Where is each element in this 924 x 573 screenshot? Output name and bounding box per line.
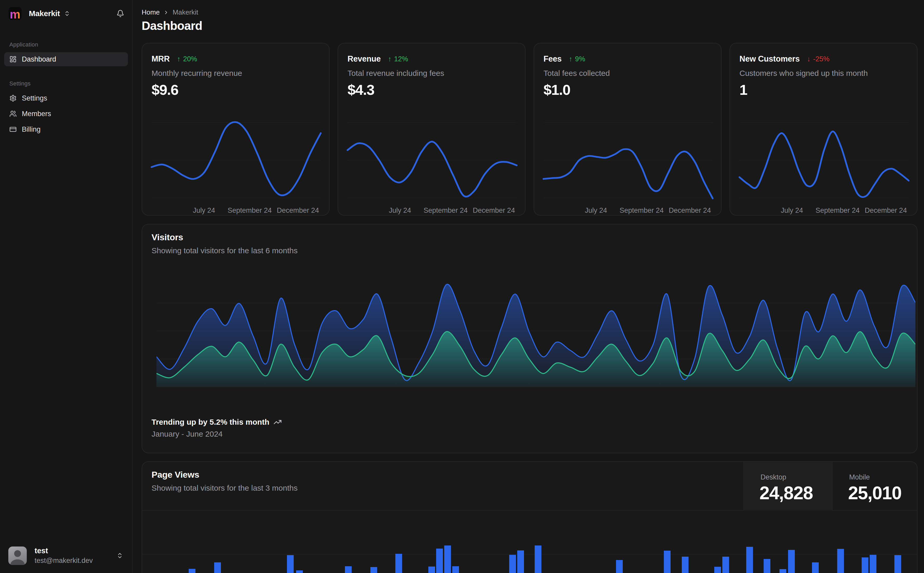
trend-badge: ↑ 9%: [569, 55, 585, 63]
bar: [452, 566, 459, 573]
stat-description: Customers who signed up this month: [739, 69, 868, 78]
bar: [837, 549, 844, 573]
arrow-down-icon: ↓: [807, 55, 811, 63]
bar: [616, 560, 623, 573]
users-icon: [9, 110, 17, 117]
visitors-area-chart: [157, 280, 915, 387]
workspace-switcher-chevrons-icon[interactable]: [64, 10, 70, 17]
page-title: Dashboard: [142, 19, 202, 33]
stat-title: New Customers: [739, 54, 800, 64]
sidebar-group-settings: Settings: [9, 80, 123, 87]
stat-description: Total revenue including fees: [348, 69, 444, 78]
sidebar-item-members[interactable]: Members: [4, 107, 128, 121]
bar: [664, 551, 671, 573]
sidebar-item-dashboard[interactable]: Dashboard: [4, 52, 128, 66]
notifications-bell-icon[interactable]: [116, 9, 124, 17]
stat-description: Monthly recurring revenue: [152, 69, 242, 78]
page-views-header: Page Views Showing total visitors for th…: [142, 462, 917, 511]
main-content: Home Makerkit Dashboard MRR ↑ 20% Monthl…: [133, 0, 924, 573]
bar: [296, 570, 303, 573]
bar: [370, 567, 377, 573]
visitors-subtitle: Showing total visitors for the last 6 mo…: [152, 246, 298, 255]
bar: [682, 557, 689, 573]
sidebar-item-billing[interactable]: Billing: [4, 122, 128, 136]
bar: [287, 555, 294, 573]
bar: [428, 567, 435, 573]
bar: [812, 562, 819, 573]
bar: [870, 555, 877, 573]
arrow-up-icon: ↑: [569, 55, 573, 63]
sidebar-item-label: Dashboard: [22, 55, 56, 63]
page-views-title: Page Views: [152, 470, 199, 480]
bar: [764, 559, 770, 573]
bar: [517, 550, 524, 573]
bar: [780, 569, 786, 573]
sparkline-chart: [152, 115, 321, 206]
bar: [444, 545, 451, 573]
stat-card-new-customers: New Customers ↓ -25% Customers who signe…: [729, 43, 918, 216]
bar: [714, 567, 721, 573]
bar: [395, 554, 402, 573]
breadcrumb-current: Makerkit: [173, 8, 198, 16]
bar: [894, 555, 901, 573]
bar: [189, 569, 196, 573]
trend-badge: ↑ 20%: [177, 55, 197, 63]
sparkline-chart: [348, 115, 517, 206]
sidebar-item-label: Billing: [22, 125, 41, 133]
chevron-right-icon: [163, 9, 169, 15]
stat-title: MRR: [152, 54, 170, 64]
stat-card-fees: Fees ↑ 9% Total fees collected $1.0 July…: [533, 43, 722, 216]
breadcrumb-home-link[interactable]: Home: [142, 8, 160, 16]
bar: [345, 566, 351, 573]
user-name: test: [35, 546, 93, 555]
visitors-card: Visitors Showing total visitors for the …: [142, 224, 918, 453]
page-views-subtitle: Showing total visitors for the last 3 mo…: [152, 484, 298, 493]
workspace-header: m Makerkit: [0, 0, 132, 20]
sparkline-chart: [543, 115, 713, 206]
layout-dashboard-icon: [9, 56, 17, 63]
sidebar-item-settings[interactable]: Settings: [4, 91, 128, 105]
page-views-bar-chart: [142, 511, 917, 573]
arrow-up-icon: ↑: [388, 55, 392, 63]
stat-title: Fees: [543, 54, 562, 64]
toggle-desktop[interactable]: Desktop 24,828: [744, 462, 832, 511]
trending-up-icon: [273, 418, 282, 426]
stat-value: $9.6: [152, 81, 178, 98]
page-views-card: Page Views Showing total visitors for th…: [142, 461, 918, 573]
visitors-footer-primary: Trending up by 5.2% this month: [152, 418, 269, 426]
stat-description: Total fees collected: [543, 69, 610, 78]
x-axis-labels: July 24 September 24 December 24: [543, 207, 713, 215]
workspace-name[interactable]: Makerkit: [29, 9, 60, 18]
bar: [436, 549, 443, 573]
toggle-mobile[interactable]: Mobile 25,010: [832, 462, 918, 511]
bar: [214, 562, 221, 573]
stat-value: $1.0: [543, 81, 570, 98]
gridline: [142, 554, 917, 554]
stat-card-mrr: MRR ↑ 20% Monthly recurring revenue $9.6…: [142, 43, 329, 216]
sidebar-item-label: Members: [22, 110, 51, 118]
bar: [722, 557, 729, 573]
user-email: test@makerkit.dev: [35, 556, 93, 565]
desktop-total: 24,828: [759, 482, 813, 503]
bar: [509, 555, 516, 573]
mobile-total: 25,010: [848, 482, 901, 503]
arrow-up-icon: ↑: [177, 55, 180, 63]
bar: [861, 557, 868, 573]
x-axis-labels: July 24 September 24 December 24: [152, 207, 321, 215]
visitors-footer-secondary: January - June 2024: [152, 430, 223, 438]
sparkline-chart: [739, 115, 909, 206]
makerkit-logo: m: [9, 7, 22, 20]
account-chevrons-icon: [116, 552, 123, 559]
account-menu-trigger[interactable]: test test@makerkit.dev: [0, 546, 132, 565]
stat-card-revenue: Revenue ↑ 12% Total revenue including fe…: [337, 43, 526, 216]
sidebar: m Makerkit Application Dashboard Setting…: [0, 0, 133, 573]
sidebar-group-application: Application: [9, 41, 123, 48]
trend-badge: ↓ -25%: [807, 55, 830, 63]
stat-value: $4.3: [348, 81, 374, 98]
bar: [788, 550, 795, 573]
x-axis-labels: July 24 September 24 December 24: [348, 207, 517, 215]
stat-cards-row: MRR ↑ 20% Monthly recurring revenue $9.6…: [142, 43, 918, 216]
breadcrumb: Home Makerkit: [142, 8, 198, 16]
visitors-title: Visitors: [152, 232, 183, 242]
stat-title: Revenue: [348, 54, 381, 64]
